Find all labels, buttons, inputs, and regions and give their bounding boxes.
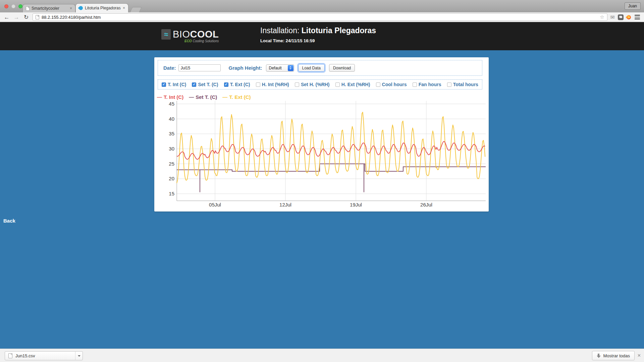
mail-extension-icon[interactable]: ✉ <box>610 14 615 20</box>
show-all-downloads-label: Mostrar todas <box>603 353 630 358</box>
svg-text:15: 15 <box>169 191 174 196</box>
tab-close-icon[interactable]: × <box>70 6 72 11</box>
toggle-label: T. Int (C) <box>168 82 186 87</box>
downloaded-file-name: Jun15.csv <box>15 353 75 358</box>
close-downloads-bar-icon[interactable]: ✕ <box>637 353 641 358</box>
downloaded-file-item[interactable]: Jun15.csv <box>5 351 83 360</box>
reload-icon[interactable]: ↻ <box>23 14 30 20</box>
svg-text:05Jul: 05Jul <box>209 202 221 207</box>
close-window-button[interactable] <box>4 4 8 8</box>
svg-text:12Jul: 12Jul <box>279 202 291 207</box>
legend-line-icon: — <box>157 94 162 100</box>
series-toggles-box: ✓T. Int (C)✓Set T. (C)✓T. Ext (C)H. Int … <box>158 79 482 89</box>
series-toggle-t-ext-c[interactable]: ✓T. Ext (C) <box>224 82 250 87</box>
new-tab-button[interactable] <box>130 7 142 12</box>
graph-height-value: Default <box>266 66 282 70</box>
graph-height-label: Graph Height: <box>229 65 262 71</box>
select-stepper-icon <box>288 65 293 71</box>
browser-tab-1[interactable]: Smartcitycooler× <box>22 4 75 12</box>
profile-button[interactable]: Juan <box>625 2 641 10</box>
page-body: Date: Graph Height: Default Load Data Do… <box>0 50 644 349</box>
file-icon <box>8 353 12 358</box>
series-toggle-total-hours[interactable]: Total hours <box>447 82 478 87</box>
graph-height-select[interactable]: Default <box>266 64 294 72</box>
bookmark-star-icon[interactable]: ☆ <box>600 14 604 20</box>
url-text[interactable]: 88.2.155.220:4180/parhist.htm <box>42 15 597 20</box>
series-toggle-h-ext-rh[interactable]: H. Ext (%RH) <box>335 82 370 87</box>
legend-label: Set T. (C) <box>196 94 217 100</box>
back-link[interactable]: Back <box>3 218 15 224</box>
back-icon[interactable]: ← <box>3 14 10 20</box>
toggle-label: Total hours <box>453 82 478 87</box>
checkbox-unchecked-icon[interactable] <box>447 82 451 87</box>
date-label: Date: <box>163 65 176 71</box>
biocool-logo-mark-icon: ≈ <box>161 29 171 40</box>
checkbox-checked-icon[interactable]: ✓ <box>224 82 228 87</box>
history-panel: Date: Graph Height: Default Load Data Do… <box>154 57 489 212</box>
date-input[interactable] <box>178 64 221 71</box>
biocool-logo-name: BIOCOOL <box>173 29 219 39</box>
checkbox-unchecked-icon[interactable] <box>256 82 260 87</box>
svg-text:26Jul: 26Jul <box>420 202 432 207</box>
checkbox-checked-icon[interactable]: ✓ <box>192 82 196 87</box>
chrome-menu-icon[interactable] <box>634 14 641 20</box>
legend-line-icon: — <box>189 94 194 100</box>
legend-line-icon: — <box>222 94 227 100</box>
browser-toolbar: ← → ↻ 88.2.155.220:4180/parhist.htm ☆ ✉ <box>0 12 644 22</box>
svg-text:20: 20 <box>169 176 174 181</box>
zoom-window-button[interactable] <box>18 4 22 8</box>
toggle-label: Set T. (C) <box>198 82 218 87</box>
controls-box: Date: Graph Height: Default Load Data Do… <box>158 60 482 76</box>
browser-tab-2[interactable]: Litoturia Plegadoras× <box>75 3 128 12</box>
tab-close-icon[interactable]: × <box>123 6 125 10</box>
address-bar[interactable]: 88.2.155.220:4180/parhist.htm ☆ <box>33 13 607 21</box>
toggle-label: T. Ext (C) <box>230 82 250 87</box>
download-arrow-icon <box>597 354 601 358</box>
legend-label: T. Ext (C) <box>229 94 251 100</box>
browser-titlebar: Smartcitycooler×Litoturia Plegadoras× Ju… <box>0 0 644 12</box>
svg-text:25: 25 <box>169 161 174 167</box>
downloads-bar: Jun15.csv Mostrar todas ✕ <box>0 349 644 362</box>
page-icon <box>26 6 30 11</box>
checkbox-unchecked-icon[interactable] <box>376 82 380 87</box>
biocool-logo: ≈ BIOCOOL ECO Cooling Solutions <box>161 29 219 43</box>
show-all-downloads-button[interactable]: Mostrar todas <box>592 351 635 360</box>
legend-item-t_int: —T. Int (C) <box>157 94 183 100</box>
chart-legend: —T. Int (C)—Set T. (C)—T. Ext (C) <box>157 94 251 100</box>
series-toggle-set-t-c[interactable]: ✓Set T. (C) <box>192 82 218 87</box>
flame-extension-icon[interactable] <box>626 14 632 20</box>
page-title: Installation: Litoturia Plegadoras <box>260 26 376 35</box>
tab-title: Smartcitycooler <box>32 6 68 11</box>
svg-text:45: 45 <box>169 101 174 107</box>
local-time: Local Time: 24/11/15 16:59 <box>260 38 376 43</box>
series-toggle-set-h-rh[interactable]: Set H. (%RH) <box>295 82 330 87</box>
checkbox-unchecked-icon[interactable] <box>335 82 340 87</box>
series-toggle-h-int-rh[interactable]: H. Int (%RH) <box>256 82 289 87</box>
download-item-menu-icon[interactable] <box>75 352 83 360</box>
toggle-label: Fan hours <box>419 82 441 87</box>
series-toggle-cool-hours[interactable]: Cool hours <box>376 82 407 87</box>
svg-text:30: 30 <box>169 146 174 152</box>
toggle-label: Set H. (%RH) <box>301 82 330 87</box>
screen: Smartcitycooler×Litoturia Plegadoras× Ju… <box>0 0 644 362</box>
page-icon <box>36 15 39 19</box>
biocool-tagline: ECO Cooling Solutions <box>173 39 219 43</box>
load-data-button[interactable]: Load Data <box>298 64 325 72</box>
toggle-label: Cool hours <box>382 82 407 87</box>
droplet-icon <box>78 5 84 11</box>
forward-icon[interactable]: → <box>13 14 20 20</box>
series-toggle-fan-hours[interactable]: Fan hours <box>413 82 441 87</box>
svg-text:40: 40 <box>169 116 174 122</box>
checkbox-unchecked-icon[interactable] <box>295 82 299 87</box>
evernote-extension-icon[interactable] <box>618 14 624 20</box>
legend-label: T. Int (C) <box>164 94 183 100</box>
minimize-window-button[interactable] <box>11 4 15 8</box>
tab-title: Litoturia Plegadoras <box>85 6 121 10</box>
series-toggle-t-int-c[interactable]: ✓T. Int (C) <box>162 82 186 87</box>
checkbox-unchecked-icon[interactable] <box>413 82 417 87</box>
svg-text:35: 35 <box>169 131 174 136</box>
legend-item-set_t: —Set T. (C) <box>189 94 217 100</box>
download-button[interactable]: Download <box>329 64 355 72</box>
checkbox-checked-icon[interactable]: ✓ <box>162 82 166 87</box>
legend-item-t_ext: —T. Ext (C) <box>222 94 251 100</box>
